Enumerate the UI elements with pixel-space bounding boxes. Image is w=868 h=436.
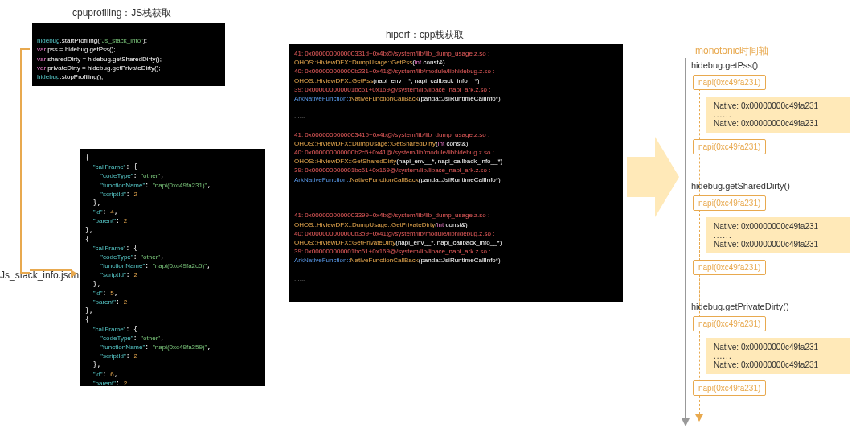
json-box: { "callFrame": { "codeType": "other", "f… [80, 149, 265, 386]
monotonic-label: monotonic时间轴 [695, 44, 768, 58]
connector-line [20, 48, 30, 274]
timeline-method: hidebug.getPrivateDirty() [691, 302, 789, 311]
napi-tag: napi(0xc49fa231) [693, 195, 766, 211]
native-box: Native: 0x00000000c49fa231......Native: … [706, 338, 850, 374]
napi-tag: napi(0xc49fa231) [693, 260, 766, 275]
big-arrow-icon [627, 137, 675, 217]
js-code-box: hidebug.startProfiling("Js_stack_info");… [32, 23, 225, 86]
native-box: Native: 0x00000000c49fa231......Native: … [706, 97, 850, 133]
napi-tag: napi(0xc49fa231) [693, 380, 766, 396]
arrow-icon [71, 269, 77, 278]
napi-tag: napi(0xc49fa231) [693, 316, 766, 331]
native-box: Native: 0x00000000c49fa231......Native: … [706, 217, 850, 253]
connector-hline [30, 269, 72, 271]
hiperf-label: hiperf：cpp栈获取 [386, 28, 464, 42]
dash-axis [699, 76, 700, 414]
dash-arrowhead [695, 414, 703, 422]
timeline-axis [685, 58, 686, 420]
napi-tag: napi(0xc49fa231) [693, 139, 766, 154]
cpp-box: 41: 0x000000000000331d+0x4b@/system/lib/… [289, 44, 623, 302]
timeline-method: hidebug.getPss() [691, 60, 758, 70]
cpuprofiling-label: cpuprofiling：JS栈获取 [72, 6, 171, 20]
timeline-method: hidebug.getSharedDirty() [691, 181, 790, 191]
jsonfile-label: Js_stack_info.json [0, 269, 79, 281]
napi-tag: napi(0xc49fa231) [693, 75, 766, 90]
